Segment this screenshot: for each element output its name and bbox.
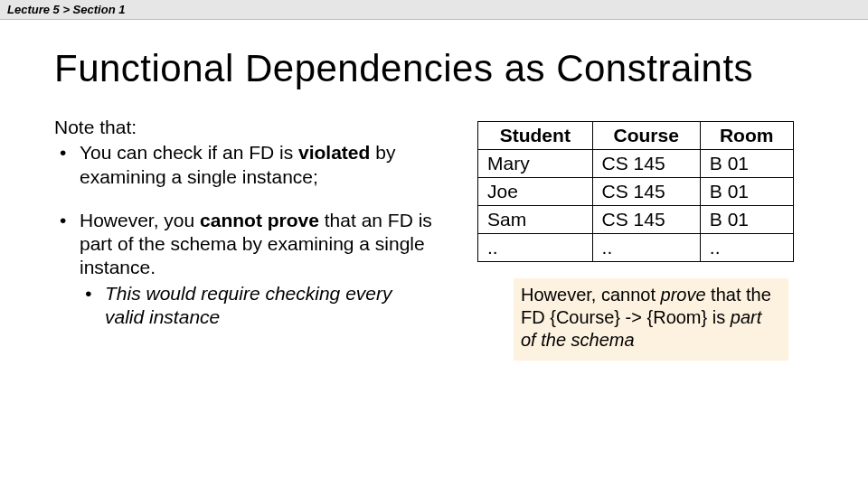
bullet2-bold: cannot prove bbox=[200, 210, 319, 230]
slide-body: Functional Dependencies as Constraints N… bbox=[0, 20, 868, 361]
cell-course: CS 145 bbox=[592, 206, 700, 234]
cell-student: Joe bbox=[478, 178, 593, 206]
cell-room: B 01 bbox=[700, 206, 793, 234]
th-student: Student bbox=[478, 122, 593, 150]
table-row: Mary CS 145 B 01 bbox=[478, 150, 794, 178]
table-row: .. .. .. bbox=[478, 234, 794, 262]
table-row: Sam CS 145 B 01 bbox=[478, 206, 794, 234]
th-course: Course bbox=[592, 122, 700, 150]
bullet1-pre: You can check if an FD is bbox=[80, 142, 298, 163]
bullet1-bold: violated bbox=[298, 142, 370, 163]
cell-room: B 01 bbox=[700, 178, 793, 206]
slide-title: Functional Dependencies as Constraints bbox=[54, 47, 814, 90]
callout-box: However, cannot prove that the FD {Cours… bbox=[514, 278, 788, 361]
cell-student: .. bbox=[478, 234, 593, 262]
cell-room: B 01 bbox=[700, 150, 793, 178]
bullet-item-1: You can check if an FD is violated by ex… bbox=[54, 141, 434, 189]
breadcrumb: Lecture 5 > Section 1 bbox=[0, 0, 868, 20]
bullet-list: You can check if an FD is violated by ex… bbox=[54, 141, 434, 329]
table-header-row: Student Course Room bbox=[478, 122, 794, 150]
right-column: Student Course Room Mary CS 145 B 01 Joe… bbox=[470, 116, 814, 361]
callout-prove: prove bbox=[661, 285, 706, 305]
th-room: Room bbox=[700, 122, 793, 150]
sub-bullet-item: This would require checking every valid … bbox=[80, 282, 434, 330]
bullet2-pre: However, you bbox=[80, 210, 200, 230]
data-table: Student Course Room Mary CS 145 B 01 Joe… bbox=[477, 121, 794, 262]
content-columns: Note that: You can check if an FD is vio… bbox=[54, 116, 814, 361]
cell-room: .. bbox=[700, 234, 793, 262]
cell-course: CS 145 bbox=[592, 150, 700, 178]
sub-bullet-list: This would require checking every valid … bbox=[80, 282, 434, 330]
cell-course: .. bbox=[592, 234, 700, 262]
bullet-item-2: However, you cannot prove that an FD is … bbox=[54, 209, 434, 329]
note-intro: Note that: bbox=[54, 116, 434, 139]
cell-student: Mary bbox=[478, 150, 593, 178]
left-column: Note that: You can check if an FD is vio… bbox=[54, 116, 434, 361]
cell-course: CS 145 bbox=[592, 178, 700, 206]
cell-student: Sam bbox=[478, 206, 593, 234]
callout-pre: However, cannot bbox=[521, 285, 661, 305]
table-row: Joe CS 145 B 01 bbox=[478, 178, 794, 206]
